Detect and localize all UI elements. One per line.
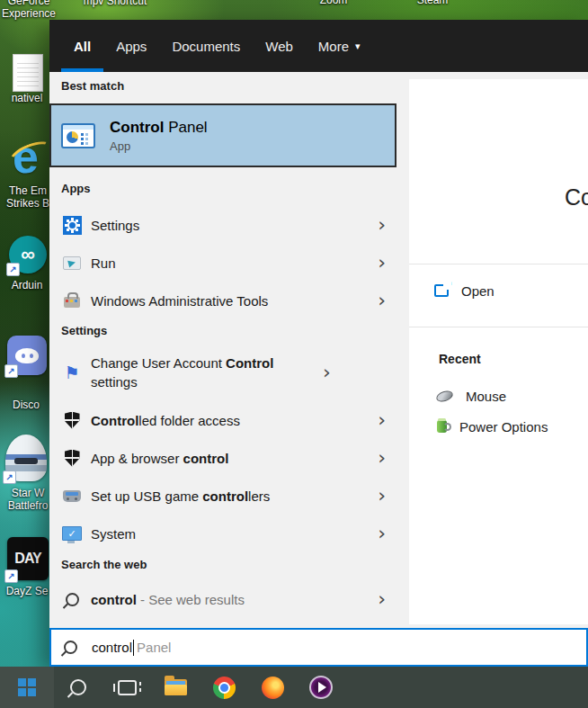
search-input-suggestion: Panel xyxy=(137,640,171,655)
shortcut-arrow-icon: ↗ xyxy=(4,569,18,583)
monitor-icon: ✓ xyxy=(62,526,82,541)
chevron-right-icon[interactable]: › xyxy=(378,215,386,235)
preview-title: Co xyxy=(565,184,588,211)
firefox-icon xyxy=(262,677,284,699)
result-run[interactable]: Run › xyxy=(49,244,396,282)
recent-item-power-options[interactable]: Power Options xyxy=(409,414,588,439)
desktop-icon-empire-label: The Em Strikes B xyxy=(0,184,56,210)
desktop-icon-dayz[interactable]: DAY ↗ xyxy=(7,537,49,580)
chrome-icon xyxy=(213,677,236,699)
chevron-right-icon[interactable]: › xyxy=(378,253,386,273)
section-header-apps: Apps xyxy=(61,182,91,195)
tab-documents[interactable]: Documents xyxy=(159,20,253,72)
section-header-settings: Settings xyxy=(61,324,107,337)
control-panel-icon xyxy=(61,123,95,148)
best-match-title: Control Panel xyxy=(110,119,208,137)
result-settings[interactable]: Settings › xyxy=(49,206,396,244)
internet-explorer-icon: e xyxy=(9,137,50,178)
file-explorer-button[interactable] xyxy=(151,667,200,708)
search-icon xyxy=(66,593,79,606)
document-icon xyxy=(13,54,43,92)
file-explorer-icon xyxy=(165,679,187,695)
gear-icon xyxy=(63,216,82,235)
preview-panel: Co ↗ Open Recent Mouse Power Options xyxy=(409,79,588,624)
desktop-icon-discord[interactable]: ↗ xyxy=(7,336,47,375)
result-app-browser-control[interactable]: App & browser control › xyxy=(49,439,396,477)
desktop-label-zoom[interactable]: Zoom xyxy=(302,0,365,6)
desktop-icon-star-wars-label: Star W Battlefro xyxy=(0,487,56,512)
search-input[interactable]: control Panel xyxy=(49,628,588,667)
desktop-icon-arduino[interactable]: ∞ ↗ xyxy=(9,236,47,273)
divider xyxy=(409,264,588,264)
section-header-search-the-web: Search the web xyxy=(61,558,147,571)
result-controlled-folder-access[interactable]: Controlled folder access › xyxy=(49,401,396,439)
desktop-icon-arduino-label: Arduin xyxy=(0,279,54,291)
chevron-right-icon[interactable]: › xyxy=(323,363,331,382)
chevron-right-icon[interactable]: › xyxy=(378,524,386,543)
best-match-control-panel[interactable]: Control Panel App xyxy=(49,103,396,167)
result-system[interactable]: ✓ System › xyxy=(49,515,396,552)
search-icon xyxy=(70,679,86,695)
chevron-right-icon[interactable]: › xyxy=(378,589,386,609)
tab-more[interactable]: More ▾ xyxy=(306,20,373,72)
open-icon: ↗ xyxy=(434,284,449,297)
desktop-icon-dayz-label: DayZ Se xyxy=(0,585,54,597)
toolbox-icon xyxy=(64,297,80,308)
best-match-subtitle: App xyxy=(110,139,208,153)
search-results-panel: Best match Control Panel App Apps Settin… xyxy=(49,72,588,628)
search-flyout: All Apps Documents Web More ▾ Best match… xyxy=(49,20,588,667)
desktop-label-mpv-shortcut[interactable]: mpv Shortcut xyxy=(76,0,155,7)
gamepad-icon xyxy=(63,490,81,502)
result-usb-game-controllers[interactable]: Set up USB game controllers › xyxy=(49,477,396,515)
taskbar xyxy=(0,667,588,708)
power-options-icon xyxy=(437,420,447,433)
mouse-icon xyxy=(435,389,454,403)
result-uac-settings[interactable]: ⚑ Change User Account Control settings › xyxy=(49,347,396,398)
taskbar-search-button[interactable] xyxy=(54,667,102,708)
tab-all[interactable]: All xyxy=(61,20,103,72)
chevron-down-icon: ▾ xyxy=(355,40,361,52)
desktop-label-steam[interactable]: Steam xyxy=(401,0,464,6)
result-web-search-control[interactable]: control - See web results › xyxy=(49,580,396,618)
desktop-icon-document[interactable] xyxy=(13,54,43,92)
desktop-icon-discord-label: Disco xyxy=(0,399,52,411)
chevron-right-icon[interactable]: › xyxy=(378,486,386,506)
chrome-button[interactable] xyxy=(200,667,248,708)
start-button[interactable] xyxy=(0,667,54,708)
recent-header: Recent xyxy=(439,352,481,366)
tab-web[interactable]: Web xyxy=(253,20,306,72)
chevron-right-icon[interactable]: › xyxy=(378,410,386,430)
tab-apps[interactable]: Apps xyxy=(103,20,159,72)
shield-icon xyxy=(65,412,80,429)
media-player-button[interactable] xyxy=(297,667,345,708)
shield-icon xyxy=(65,450,80,467)
search-input-value: control xyxy=(92,640,132,655)
task-view-icon xyxy=(118,680,137,695)
shortcut-arrow-icon: ↗ xyxy=(4,364,18,378)
desktop-icon-internet-explorer[interactable]: e xyxy=(9,137,50,178)
open-action[interactable]: ↗ Open xyxy=(409,271,588,310)
desktop-icon-document-label: nativel xyxy=(0,92,54,104)
section-header-best-match: Best match xyxy=(61,79,124,93)
run-icon xyxy=(63,256,81,270)
media-player-icon xyxy=(309,676,333,699)
search-icon xyxy=(64,641,77,654)
shortcut-arrow-icon: ↗ xyxy=(6,263,20,276)
search-filter-tabbar: All Apps Documents Web More ▾ xyxy=(49,20,588,72)
shortcut-arrow-icon: ↗ xyxy=(3,471,16,484)
desktop-screen: GeForce Experience mpv Shortcut Zoom Ste… xyxy=(0,0,588,708)
divider xyxy=(409,327,588,327)
flag-icon: ⚑ xyxy=(64,364,79,381)
windows-logo-icon xyxy=(18,678,36,696)
chevron-right-icon[interactable]: › xyxy=(378,448,386,468)
firefox-button[interactable] xyxy=(248,667,297,708)
recent-item-mouse[interactable]: Mouse xyxy=(409,383,588,408)
result-windows-administrative-tools[interactable]: Windows Administrative Tools › xyxy=(49,282,396,319)
chevron-right-icon[interactable]: › xyxy=(378,291,386,310)
desktop-label-geforce-experience[interactable]: GeForce Experience xyxy=(0,0,58,20)
task-view-button[interactable] xyxy=(102,667,151,708)
desktop-icon-star-wars-battlefront[interactable]: ↗ xyxy=(5,435,47,481)
text-caret xyxy=(133,640,134,656)
